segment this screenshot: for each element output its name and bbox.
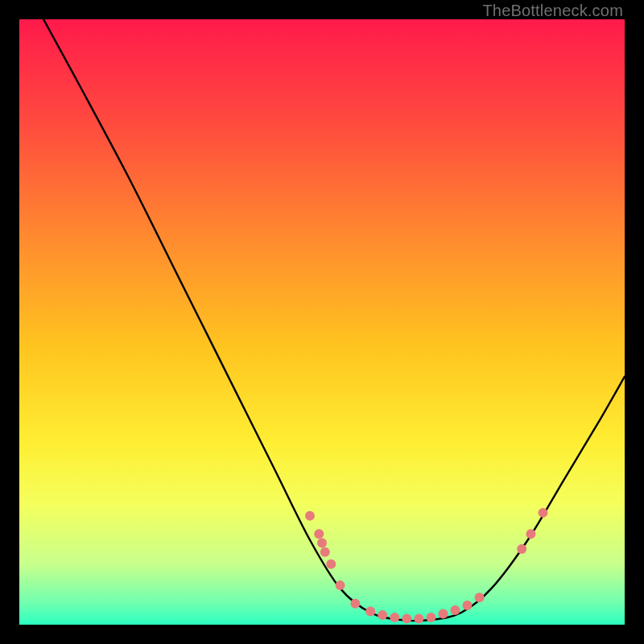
data-marker	[475, 592, 485, 602]
data-marker	[326, 559, 336, 569]
data-marker	[390, 613, 399, 622]
watermark-text: TheBottleneck.com	[482, 2, 623, 20]
data-marker	[350, 599, 360, 609]
data-marker	[426, 613, 436, 622]
data-marker	[305, 511, 315, 521]
data-marker	[320, 547, 330, 557]
data-marker	[538, 508, 547, 518]
data-marker	[402, 613, 411, 623]
data-marker	[378, 610, 387, 620]
data-marker	[517, 544, 526, 554]
data-marker	[365, 606, 375, 616]
data-marker	[526, 529, 535, 539]
chart-frame	[19, 19, 625, 625]
data-marker	[336, 580, 345, 590]
data-marker	[317, 538, 327, 547]
data-marker	[462, 601, 472, 610]
data-marker	[450, 605, 460, 615]
data-marker	[314, 529, 324, 539]
data-marker	[438, 609, 448, 618]
data-marker	[414, 613, 423, 623]
bottleneck-chart	[19, 19, 625, 625]
